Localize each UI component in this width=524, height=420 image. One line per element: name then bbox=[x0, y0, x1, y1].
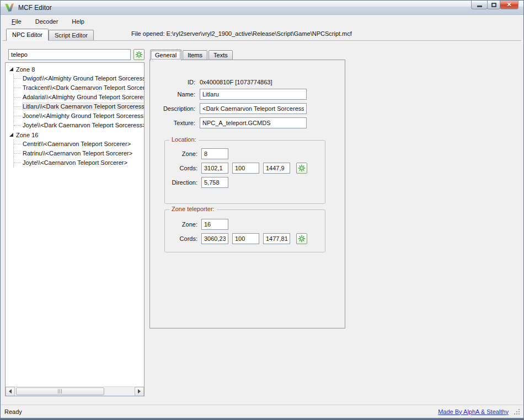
starburst-icon bbox=[298, 235, 306, 243]
location-zone-row: Zone: bbox=[165, 148, 232, 159]
menu-decoder[interactable]: Decoder bbox=[31, 17, 63, 26]
scroll-left-button[interactable] bbox=[6, 387, 15, 396]
location-locate-button[interactable] bbox=[296, 163, 307, 174]
tree-npc-item[interactable]: Trackcent\\<Dark Caernarvon Teleport Sor… bbox=[14, 83, 144, 93]
tree-npc-label: Dwigot\\<Almighty Ground Teleport Sorcer… bbox=[23, 75, 144, 82]
resize-grip[interactable] bbox=[514, 409, 520, 414]
window-title: MCF Editor bbox=[18, 4, 52, 12]
search-find-button[interactable] bbox=[133, 49, 145, 60]
teleporter-locate-button[interactable] bbox=[296, 233, 307, 244]
scroll-right-button[interactable] bbox=[135, 387, 144, 396]
tree-npc-label: Trackcent\\<Dark Caernarvon Teleport Sor… bbox=[23, 84, 144, 91]
tree-npc-label: Joone\\<Almighty Ground Teleport Sorcere… bbox=[23, 112, 144, 119]
tab-texts[interactable]: Texts bbox=[208, 50, 233, 60]
location-group-title: Location: bbox=[169, 136, 199, 143]
location-zone-label: Zone: bbox=[165, 150, 197, 157]
tab-script-editor[interactable]: Script Editor bbox=[49, 30, 94, 40]
description-label: Description: bbox=[150, 105, 195, 112]
teleporter-groupbox: Zone teleporter: Zone: Cords: bbox=[164, 209, 325, 252]
window-controls: ✕ bbox=[472, 1, 518, 9]
close-button[interactable]: ✕ bbox=[500, 1, 518, 9]
teleporter-zone-input[interactable] bbox=[201, 219, 228, 230]
scrollbar-grip-icon bbox=[58, 389, 62, 394]
tree-npc-item[interactable]: Centrit\\<Caernarvon Teleport Sorcerer> bbox=[14, 139, 144, 149]
arrow-left-icon bbox=[9, 389, 12, 394]
tree-npc-item[interactable]: Joyte\\<Dark Caernarvon Teleport Sorcere… bbox=[14, 121, 144, 130]
menu-file[interactable]: File bbox=[7, 17, 26, 26]
close-icon: ✕ bbox=[506, 2, 511, 8]
tree-zone-label: Zone 8 bbox=[16, 66, 35, 73]
detail-tab-strip: General Items Texts bbox=[150, 49, 234, 60]
tree-npc-item[interactable]: Litlaru\\<Dark Caernarvon Teleport Sorce… bbox=[14, 102, 144, 111]
location-cords-row: Cords: bbox=[165, 163, 307, 174]
location-cords-label: Cords: bbox=[165, 165, 197, 171]
teleporter-group-title: Zone teleporter: bbox=[169, 206, 217, 212]
mcf-editor-window: MCF Editor ✕ File Decoder Help NPC Edito… bbox=[0, 0, 524, 420]
teleporter-zone-row: Zone: bbox=[165, 219, 232, 230]
starburst-icon bbox=[135, 51, 143, 58]
tree-npc-label: Litlaru\\<Dark Caernarvon Teleport Sorce… bbox=[23, 103, 144, 110]
texture-label: Texture: bbox=[150, 120, 195, 126]
maximize-icon bbox=[491, 3, 496, 7]
search-input[interactable] bbox=[8, 49, 131, 60]
tree-npc-label: Joyte\\<Dark Caernarvon Teleport Sorcere… bbox=[23, 122, 144, 128]
tree-npc-item[interactable]: Ratrinu\\<Caernarvon Teleport Sorcerer> bbox=[14, 149, 144, 158]
location-cord-y-input[interactable] bbox=[232, 163, 259, 174]
tree-npc-item[interactable]: Joone\\<Almighty Ground Teleport Sorcere… bbox=[14, 111, 144, 121]
location-direction-row: Direction: bbox=[165, 177, 232, 188]
name-label: Name: bbox=[150, 91, 195, 98]
status-bar: Ready Made By AlphA & Stealthy bbox=[1, 405, 523, 418]
scrollbar-track[interactable] bbox=[15, 387, 135, 396]
minimize-icon bbox=[477, 6, 482, 7]
tree-npc-item[interactable]: Joyte\\<Caernarvon Teleport Sorcerer> bbox=[14, 158, 144, 168]
texture-input[interactable] bbox=[200, 117, 307, 128]
tree-npc-item[interactable]: Dwigot\\<Almighty Ground Teleport Sorcer… bbox=[14, 74, 144, 83]
menu-bar: File Decoder Help bbox=[1, 15, 523, 27]
texture-row: Texture: bbox=[150, 117, 307, 128]
name-input[interactable] bbox=[200, 89, 307, 100]
tab-npc-editor[interactable]: NPC Editor bbox=[6, 29, 49, 41]
arrow-right-icon bbox=[138, 389, 141, 394]
maximize-button[interactable] bbox=[487, 1, 500, 9]
id-row: ID: 0x4000810F [1073774863] bbox=[150, 79, 272, 85]
starburst-icon bbox=[298, 164, 306, 172]
location-direction-label: Direction: bbox=[165, 179, 197, 186]
tree-npc-label: Ratrinu\\<Caernarvon Teleport Sorcerer> bbox=[23, 150, 132, 157]
tree-npc-item[interactable]: Adalaria\\<Almighty Ground Teleport Sorc… bbox=[14, 93, 144, 102]
tree-zone-node[interactable]: Zone 8 bbox=[8, 64, 144, 74]
location-cord-z-input[interactable] bbox=[263, 163, 290, 174]
id-value: 0x4000810F [1073774863] bbox=[200, 79, 272, 85]
location-zone-input[interactable] bbox=[201, 148, 228, 159]
credit-link[interactable]: Made By AlphA & Stealthy bbox=[438, 408, 509, 415]
general-panel: ID: 0x4000810F [1073774863] Name: Descri… bbox=[149, 60, 345, 329]
tree-npc-label: Adalaria\\<Almighty Ground Teleport Sorc… bbox=[23, 94, 144, 100]
tree-npc-label: Centrit\\<Caernarvon Teleport Sorcerer> bbox=[23, 141, 131, 147]
teleporter-zone-label: Zone: bbox=[165, 221, 197, 228]
name-row: Name: bbox=[150, 89, 307, 100]
tree-zone-node[interactable]: Zone 16 bbox=[8, 130, 144, 139]
tab-general[interactable]: General bbox=[150, 50, 181, 61]
app-logo-icon bbox=[4, 3, 14, 13]
teleporter-cords-label: Cords: bbox=[165, 235, 197, 242]
tree-expander-icon[interactable] bbox=[9, 133, 13, 137]
title-bar[interactable]: MCF Editor ✕ bbox=[1, 1, 523, 15]
tab-items[interactable]: Items bbox=[183, 50, 207, 60]
file-opened-label: File opened: E:\ryl2server\vryl2_1900_ac… bbox=[131, 30, 352, 37]
id-label: ID: bbox=[150, 79, 195, 85]
tree-expander-icon[interactable] bbox=[9, 67, 13, 71]
description-input[interactable] bbox=[200, 103, 307, 114]
minimize-button[interactable] bbox=[471, 1, 488, 9]
teleporter-cord-y-input[interactable] bbox=[232, 233, 259, 244]
npc-tree-container: Zone 8Dwigot\\<Almighty Ground Teleport … bbox=[5, 62, 145, 396]
location-cord-x-input[interactable] bbox=[201, 163, 228, 174]
description-row: Description: bbox=[150, 103, 307, 114]
teleporter-cord-z-input[interactable] bbox=[263, 233, 290, 244]
tree-horizontal-scrollbar[interactable] bbox=[6, 386, 144, 396]
scrollbar-thumb[interactable] bbox=[16, 387, 104, 395]
tree-zone-label: Zone 16 bbox=[16, 132, 38, 138]
location-direction-input[interactable] bbox=[201, 177, 228, 188]
teleporter-cords-row: Cords: bbox=[165, 233, 307, 244]
menu-help[interactable]: Help bbox=[67, 17, 89, 26]
status-text: Ready bbox=[4, 408, 438, 415]
teleporter-cord-x-input[interactable] bbox=[201, 233, 228, 244]
